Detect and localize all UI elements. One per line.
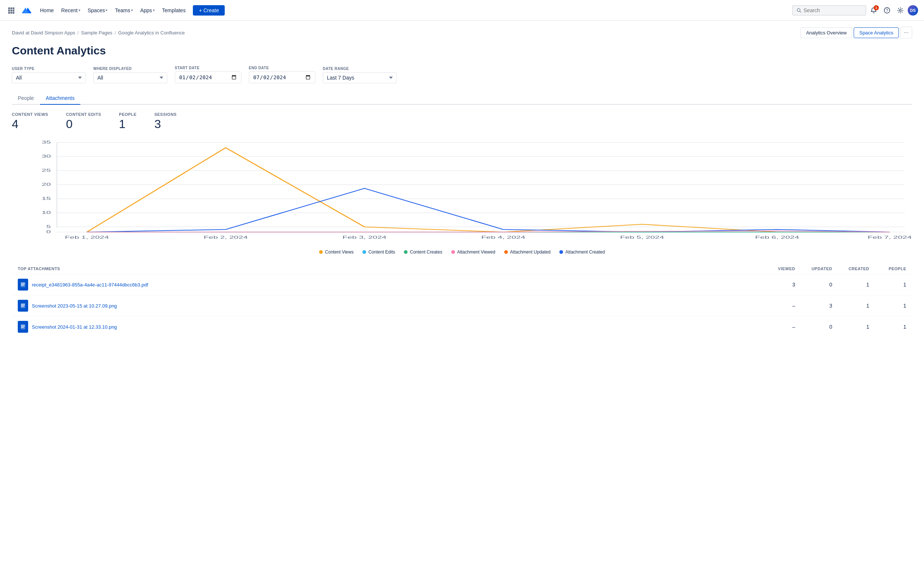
series-content-views	[87, 148, 890, 232]
file-name-3[interactable]: Screenshot 2024-01-31 at 12.33.10.png	[32, 324, 117, 330]
td-viewed-2: –	[758, 303, 795, 309]
legend-content-edits: Content Edits	[362, 249, 395, 255]
legend-dot-content-creates	[404, 250, 408, 254]
metric-people: PEOPLE 1	[119, 112, 136, 130]
svg-text:Feb 3, 2024: Feb 3, 2024	[342, 235, 387, 240]
svg-text:35: 35	[42, 140, 51, 145]
metric-people-label: PEOPLE	[119, 112, 136, 117]
where-displayed-filter: WHERE DISPLAYED All	[93, 67, 167, 83]
user-type-filter: USER TYPE All	[12, 67, 86, 83]
legend-dot-attachment-viewed	[451, 250, 455, 254]
where-displayed-label: WHERE DISPLAYED	[93, 67, 167, 71]
metric-sessions-value: 3	[154, 118, 177, 130]
notifications-button[interactable]: 1	[868, 4, 880, 16]
td-name-2: Screenshot 2023-05-15 at 10.27.09.png	[18, 300, 758, 312]
svg-text:10: 10	[42, 210, 51, 215]
search-input[interactable]	[804, 8, 862, 14]
legend-attachment-viewed: Attachment Viewed	[451, 249, 495, 255]
breadcrumb-sep2: /	[114, 30, 116, 36]
series-attachment-created	[87, 188, 890, 232]
search-icon	[796, 8, 801, 13]
svg-text:Feb 5, 2024: Feb 5, 2024	[620, 235, 664, 240]
table-row: receipt_e3481963-855a-4a4e-ac11-97444dbc…	[12, 274, 912, 295]
table-row: Screenshot 2024-01-31 at 12.33.10.png – …	[12, 316, 912, 337]
logo[interactable]	[21, 4, 33, 16]
file-name-2[interactable]: Screenshot 2023-05-15 at 10.27.09.png	[32, 303, 117, 309]
svg-rect-40	[21, 324, 25, 329]
date-range-select[interactable]: Last 7 Days Last 30 Days Last 90 Days Cu…	[323, 72, 397, 83]
td-created-2: 1	[832, 303, 869, 309]
svg-line-10	[800, 11, 801, 12]
svg-text:Feb 4, 2024: Feb 4, 2024	[481, 235, 525, 240]
svg-text:?: ?	[886, 9, 888, 13]
start-date-input[interactable]	[175, 71, 242, 83]
create-button[interactable]: + Create	[193, 5, 225, 15]
file-name-1[interactable]: receipt_e3481963-855a-4a4e-ac11-97444dbc…	[32, 282, 148, 288]
svg-text:30: 30	[42, 154, 51, 159]
end-date-label: END DATE	[249, 66, 315, 70]
td-people-1: 1	[869, 282, 906, 288]
search-box[interactable]	[792, 5, 866, 15]
breadcrumb-part2[interactable]: Sample Pages	[81, 30, 112, 36]
td-name-3: Screenshot 2024-01-31 at 12.33.10.png	[18, 321, 758, 333]
legend-dot-attachment-updated	[504, 250, 508, 254]
svg-text:Feb 2, 2024: Feb 2, 2024	[204, 235, 248, 240]
svg-rect-7	[10, 12, 12, 14]
legend-attachment-updated: Attachment Updated	[504, 249, 550, 255]
table-section: TOP ATTACHMENTS VIEWED UPDATED CREATED P…	[12, 264, 912, 337]
file-icon-2	[18, 300, 28, 312]
legend-content-views: Content Views	[319, 249, 354, 255]
nav-templates[interactable]: Templates	[159, 6, 189, 15]
svg-text:15: 15	[42, 196, 51, 201]
metric-content-edits-label: CONTENT EDITS	[66, 112, 101, 117]
avatar[interactable]: DS	[908, 5, 918, 15]
svg-text:Feb 1, 2024: Feb 1, 2024	[65, 235, 109, 240]
legend-dot-attachment-created	[560, 250, 563, 254]
svg-text:25: 25	[42, 168, 51, 173]
where-displayed-select[interactable]: All	[93, 72, 167, 83]
legend-dot-content-views	[319, 250, 323, 254]
document-icon	[20, 324, 26, 330]
help-button[interactable]: ?	[881, 4, 893, 16]
nav-recent[interactable]: Recent▾	[58, 6, 83, 15]
svg-rect-2	[13, 8, 14, 9]
legend-attachment-created: Attachment Created	[560, 249, 605, 255]
td-created-1: 1	[832, 282, 869, 288]
settings-button[interactable]	[894, 4, 906, 16]
svg-rect-8	[13, 12, 14, 14]
nav-home[interactable]: Home	[37, 6, 57, 15]
tab-people[interactable]: People	[12, 92, 40, 105]
more-options-button[interactable]: ···	[900, 27, 912, 39]
content-tabs: People Attachments	[12, 92, 912, 105]
svg-text:5: 5	[46, 224, 51, 229]
user-type-select[interactable]: All	[12, 72, 86, 83]
line-chart: 35 30 25 20 15 10 5 0 Feb 1, 2024 Feb 2,…	[12, 139, 912, 242]
legend-dot-content-edits	[362, 250, 366, 254]
svg-rect-4	[10, 10, 12, 12]
date-range-label: DATE RANGE	[323, 67, 397, 71]
grid-icon[interactable]	[6, 5, 16, 15]
nav-spaces[interactable]: Spaces▾	[85, 6, 111, 15]
svg-rect-0	[8, 8, 10, 9]
tab-attachments[interactable]: Attachments	[40, 92, 81, 105]
table-row: Screenshot 2023-05-15 at 10.27.09.png – …	[12, 295, 912, 316]
date-range-filter: DATE RANGE Last 7 Days Last 30 Days Last…	[323, 67, 397, 83]
help-icon: ?	[884, 7, 890, 14]
breadcrumb-part3: Google Analytics in Confluence	[118, 30, 185, 36]
nav-teams[interactable]: Teams▾	[112, 6, 135, 15]
start-date-label: START DATE	[175, 66, 242, 70]
end-date-input[interactable]	[249, 71, 315, 83]
legend-content-creates: Content Creates	[404, 249, 442, 255]
svg-text:20: 20	[42, 182, 51, 187]
metric-content-views-label: CONTENT VIEWS	[12, 112, 48, 117]
nav-apps[interactable]: Apps▾	[137, 6, 158, 15]
metrics-row: CONTENT VIEWS 4 CONTENT EDITS 0 PEOPLE 1…	[12, 112, 912, 130]
space-analytics-tab[interactable]: Space Analytics	[854, 27, 899, 38]
breadcrumb-part1[interactable]: David at David Simpson Apps	[12, 30, 75, 36]
gear-icon	[897, 7, 904, 14]
td-viewed-3: –	[758, 324, 795, 330]
metric-people-value: 1	[119, 118, 136, 130]
td-people-2: 1	[869, 303, 906, 309]
metric-sessions: SESSIONS 3	[154, 112, 177, 130]
analytics-overview-tab[interactable]: Analytics Overview	[800, 27, 852, 38]
